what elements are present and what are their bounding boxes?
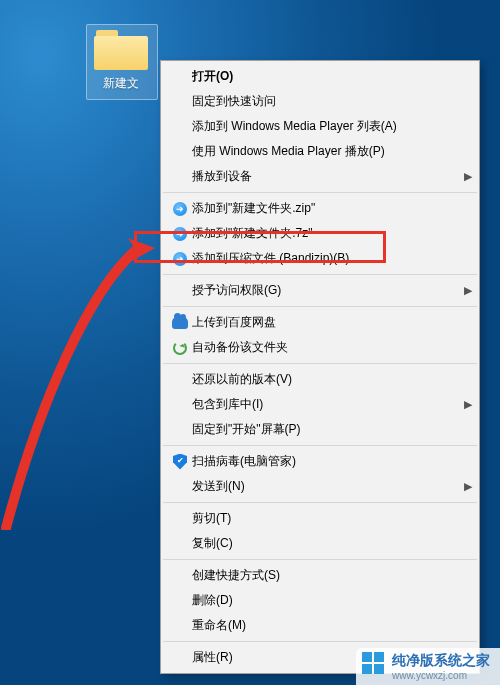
menu-copy-label: 复制(C) (192, 535, 472, 552)
blank-icon (168, 167, 192, 187)
separator (163, 502, 477, 503)
submenu-arrow-icon: ▶ (458, 284, 472, 297)
submenu-arrow-icon: ▶ (458, 398, 472, 411)
desktop-folder-label: 新建文 (99, 74, 143, 93)
menu-shortcut-label: 创建快捷方式(S) (192, 567, 472, 584)
menu-scan-virus[interactable]: 扫描病毒(电脑管家) (162, 449, 478, 474)
menu-delete-label: 删除(D) (192, 592, 472, 609)
menu-include-library[interactable]: 包含到库中(I) ▶ (162, 392, 478, 417)
menu-grant-access[interactable]: 授予访问权限(G) ▶ (162, 278, 478, 303)
context-menu: 打开(O) 固定到快速访问 添加到 Windows Media Player 列… (160, 60, 480, 674)
menu-bandizip-zip-label: 添加到"新建文件夹.zip" (192, 200, 472, 217)
menu-send-to[interactable]: 发送到(N) ▶ (162, 474, 478, 499)
blank-icon (168, 648, 192, 668)
menu-rename[interactable]: 重命名(M) (162, 613, 478, 638)
recycle-icon (168, 338, 192, 358)
bandizip-icon (168, 199, 192, 219)
blank-icon (168, 395, 192, 415)
menu-rename-label: 重命名(M) (192, 617, 472, 634)
menu-baidu-upload-label: 上传到百度网盘 (192, 314, 472, 331)
bandizip-icon (168, 249, 192, 269)
menu-bandizip-add-label: 添加到压缩文件 (Bandizip)(B)... (192, 250, 472, 267)
separator (163, 363, 477, 364)
blank-icon (168, 92, 192, 112)
separator (163, 445, 477, 446)
separator (163, 274, 477, 275)
folder-icon (94, 28, 148, 70)
separator (163, 306, 477, 307)
menu-pin-start-label: 固定到"开始"屏幕(P) (192, 421, 472, 438)
menu-cut[interactable]: 剪切(T) (162, 506, 478, 531)
menu-cut-label: 剪切(T) (192, 510, 472, 527)
blank-icon (168, 616, 192, 636)
separator (163, 559, 477, 560)
menu-bandizip-add-zip[interactable]: 添加到"新建文件夹.zip" (162, 196, 478, 221)
desktop-folder[interactable]: 新建文 (82, 28, 160, 93)
menu-pin-quick-label: 固定到快速访问 (192, 93, 472, 110)
menu-grant-access-label: 授予访问权限(G) (192, 282, 458, 299)
submenu-arrow-icon: ▶ (458, 480, 472, 493)
blank-icon (168, 420, 192, 440)
desktop: 新建文 打开(O) 固定到快速访问 添加到 Windows Media Play… (0, 0, 500, 685)
menu-bandizip-add-7z[interactable]: 添加到"新建文件夹.7z" (162, 221, 478, 246)
menu-bandizip-add-archive[interactable]: 添加到压缩文件 (Bandizip)(B)... (162, 246, 478, 271)
menu-include-lib-label: 包含到库中(I) (192, 396, 458, 413)
menu-restore-previous[interactable]: 还原以前的版本(V) (162, 367, 478, 392)
shield-icon (168, 452, 192, 472)
menu-bandizip-7z-label: 添加到"新建文件夹.7z" (192, 225, 472, 242)
menu-baidu-upload[interactable]: 上传到百度网盘 (162, 310, 478, 335)
menu-open[interactable]: 打开(O) (162, 64, 478, 89)
blank-icon (168, 566, 192, 586)
annotation-arrow (0, 230, 165, 530)
windows-logo-icon (362, 652, 384, 674)
blank-icon (168, 370, 192, 390)
menu-wmp-list-label: 添加到 Windows Media Player 列表(A) (192, 118, 472, 135)
submenu-arrow-icon: ▶ (458, 170, 472, 183)
menu-cast-label: 播放到设备 (192, 168, 458, 185)
menu-baidu-backup[interactable]: 自动备份该文件夹 (162, 335, 478, 360)
menu-create-shortcut[interactable]: 创建快捷方式(S) (162, 563, 478, 588)
blank-icon (168, 281, 192, 301)
menu-pin-quick-access[interactable]: 固定到快速访问 (162, 89, 478, 114)
watermark-text: 纯净版系统之家 (392, 652, 490, 670)
svg-marker-0 (128, 238, 155, 262)
menu-restore-prev-label: 还原以前的版本(V) (192, 371, 472, 388)
menu-baidu-backup-label: 自动备份该文件夹 (192, 339, 472, 356)
separator (163, 192, 477, 193)
menu-delete[interactable]: 删除(D) (162, 588, 478, 613)
menu-cast-to-device[interactable]: 播放到设备 ▶ (162, 164, 478, 189)
blank-icon (168, 117, 192, 137)
bandizip-icon (168, 224, 192, 244)
cloud-upload-icon (168, 313, 192, 333)
blank-icon (168, 477, 192, 497)
menu-wmp-play-label: 使用 Windows Media Player 播放(P) (192, 143, 472, 160)
menu-wmp-add-list[interactable]: 添加到 Windows Media Player 列表(A) (162, 114, 478, 139)
menu-copy[interactable]: 复制(C) (162, 531, 478, 556)
menu-open-label: 打开(O) (192, 68, 472, 85)
blank-icon (168, 509, 192, 529)
blank-icon (168, 142, 192, 162)
menu-send-to-label: 发送到(N) (192, 478, 458, 495)
blank-icon (168, 591, 192, 611)
blank-icon (168, 534, 192, 554)
blank-icon (168, 67, 192, 87)
separator (163, 641, 477, 642)
watermark: 纯净版系统之家 www.ycwxzj.com (356, 648, 500, 685)
menu-wmp-play[interactable]: 使用 Windows Media Player 播放(P) (162, 139, 478, 164)
watermark-domain: www.ycwxzj.com (392, 670, 490, 681)
menu-scan-virus-label: 扫描病毒(电脑管家) (192, 453, 472, 470)
menu-pin-start[interactable]: 固定到"开始"屏幕(P) (162, 417, 478, 442)
